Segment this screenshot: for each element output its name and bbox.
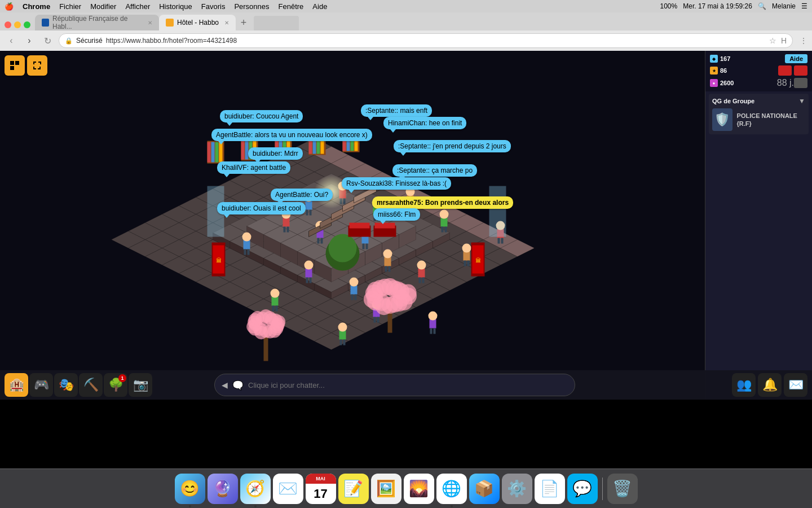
- search-icon[interactable]: 🔍: [758, 2, 766, 10]
- taskbar-game4[interactable]: 🌳 1: [104, 373, 127, 397]
- minimize-button[interactable]: [14, 21, 21, 28]
- apple-menu[interactable]: 🍎: [5, 2, 14, 11]
- tab-close-repfr[interactable]: ✕: [148, 20, 152, 26]
- tab-repfr[interactable]: République Française de Habl... ✕: [35, 15, 159, 30]
- diamond-count: 167: [720, 55, 730, 62]
- dock-mail[interactable]: ✉️: [273, 474, 303, 504]
- room-toggle-button[interactable]: [5, 55, 25, 76]
- tab-habbo[interactable]: Hôtel - Habbo ✕: [159, 15, 236, 30]
- chat-bubble-7: KhalilVF: agent battle: [217, 161, 290, 174]
- stats-bar: ◆ 167 Aide ★ 86 ●: [705, 51, 812, 91]
- taskbar-habbo-hotel[interactable]: 🏨: [5, 373, 28, 397]
- favicon-repfr: [42, 19, 49, 27]
- favicon-habbo: [166, 19, 174, 27]
- new-tab-button[interactable]: +: [236, 15, 251, 30]
- svg-rect-2: [10, 66, 14, 70]
- user-name: Melanie: [772, 2, 796, 10]
- menu-fenetre[interactable]: Fenêtre: [279, 2, 304, 11]
- taskbar-game3[interactable]: ⛏️: [79, 373, 103, 397]
- right-panel: ◆ 167 Aide ★ 86 ●: [705, 51, 812, 400]
- dock-calendar[interactable]: MAI 17: [306, 474, 336, 504]
- menu-chrome[interactable]: Chrome: [23, 2, 50, 11]
- fullscreen-button[interactable]: [27, 55, 47, 76]
- chat-arrow-icon[interactable]: ◀: [222, 380, 228, 389]
- panel-btn-1[interactable]: [778, 65, 792, 76]
- dock-safari[interactable]: 🧭: [240, 474, 271, 504]
- menu-modifier[interactable]: Modifier: [90, 2, 116, 11]
- datetime-display: Mer. 17 mai à 19:59:26: [683, 2, 752, 10]
- taskbar-camera[interactable]: 📷: [129, 373, 152, 397]
- chat-bubble-10: AgentBattle: Oui?: [271, 189, 333, 201]
- aide-button[interactable]: Aide: [785, 54, 807, 63]
- menu-personnes[interactable]: Personnes: [234, 2, 269, 11]
- chat-input-area[interactable]: ◀ 🗨️: [214, 374, 575, 396]
- dock-settings[interactable]: ⚙️: [502, 474, 532, 504]
- chat-bubble-2: :Septante:: mais enft: [361, 104, 432, 117]
- tab-close-habbo[interactable]: ✕: [224, 20, 229, 26]
- taskbar-right-1[interactable]: 👥: [732, 373, 756, 397]
- address-box[interactable]: 🔒 Sécurisé https://www.habbo.fr/hotel?ro…: [59, 33, 793, 48]
- address-url: https://www.habbo.fr/hotel?room=44321498: [106, 37, 237, 45]
- dock-notes[interactable]: 📝: [338, 474, 369, 504]
- group-chevron-icon[interactable]: ▼: [798, 97, 805, 105]
- chat-bubble-12: miiss66: Flm: [373, 208, 420, 221]
- dock-chrome[interactable]: 🌐: [436, 474, 467, 504]
- taskbar-right-2[interactable]: 🔔: [758, 373, 782, 397]
- room-toolbar: [5, 55, 47, 76]
- dock-siri[interactable]: 🔮: [208, 474, 238, 504]
- menu-afficher[interactable]: Afficher: [125, 2, 150, 11]
- secure-label: Sécurisé: [76, 37, 103, 45]
- dock-skype[interactable]: 💬: [567, 474, 598, 504]
- dock-dot-finder: [189, 505, 191, 507]
- chat-emoji-icon[interactable]: 🗨️: [232, 380, 244, 391]
- group-content: 🛡️ POLICE NATIONALE {R.F}: [712, 108, 805, 131]
- chat-bubble-4: AgentBattle: alors ta vu un nouveau look…: [211, 129, 372, 141]
- maximize-button[interactable]: [24, 21, 30, 28]
- menu-favoris[interactable]: Favoris: [201, 2, 226, 11]
- svg-rect-1: [15, 61, 19, 65]
- taskbar-right-3[interactable]: ✉️: [784, 373, 807, 397]
- address-bar: ‹ › ↻ 🔒 Sécurisé https://www.habbo.fr/ho…: [0, 30, 812, 51]
- back-button[interactable]: ‹: [5, 36, 18, 46]
- group-panel-header: QG de Groupe ▼: [712, 97, 805, 105]
- close-button[interactable]: [5, 21, 11, 28]
- panel-btn-2[interactable]: [794, 65, 807, 76]
- chat-input[interactable]: [248, 381, 568, 389]
- dock-dot-safari: [254, 505, 257, 507]
- gold-icon: ★: [710, 67, 718, 75]
- dock-finder[interactable]: 😊: [175, 474, 205, 504]
- taskbar-game1[interactable]: 🎮: [29, 373, 53, 397]
- chat-bubble-9: Rsv-Souzaki38: Finissez là-bas :(: [342, 177, 451, 190]
- menu-historique[interactable]: Historique: [159, 2, 192, 11]
- dock-dot-chrome: [451, 505, 453, 507]
- chrome-menu-icon[interactable]: ⋮: [800, 36, 807, 45]
- menu-aide[interactable]: Aide: [312, 2, 327, 11]
- svg-rect-0: [10, 61, 14, 65]
- browser-chrome: République Française de Habl... ✕ Hôtel …: [0, 12, 812, 51]
- taskbar-game2[interactable]: 🎭: [54, 373, 78, 397]
- forward-button[interactable]: ›: [23, 36, 36, 46]
- habbo-extension-icon[interactable]: H: [781, 36, 787, 45]
- gold-count: 86: [720, 67, 727, 74]
- dock-photos[interactable]: 🌄: [404, 474, 434, 504]
- pixel-icon: ●: [710, 79, 718, 87]
- isometric-room-canvas[interactable]: [0, 51, 705, 400]
- menu-icon[interactable]: ☰: [801, 2, 807, 10]
- taskbar: 🏨 🎮 🎭 ⛏️ 🌳 1 📷 ◀ 🗨️ 👥 🔔 ✉️: [0, 370, 812, 400]
- dock-trash[interactable]: 🗑️: [607, 474, 638, 504]
- group-name: POLICE NATIONALE {R.F}: [737, 112, 805, 128]
- address-right: ☆ H: [769, 36, 787, 45]
- chat-bubble-13: buidiuber: Ouais il est cool: [217, 202, 306, 214]
- dock-preview[interactable]: 🖼️: [371, 474, 401, 504]
- room-scene: [0, 51, 705, 400]
- refresh-button[interactable]: ↻: [41, 36, 54, 46]
- chat-bubble-8: :Septante:: ça marche po: [392, 164, 477, 177]
- panel-btn-3[interactable]: [794, 78, 807, 88]
- dock-appstore[interactable]: 📦: [469, 474, 500, 504]
- days-count: 88 j.: [777, 78, 794, 88]
- dock-textedit[interactable]: 📄: [535, 474, 565, 504]
- bookmark-icon[interactable]: ☆: [769, 36, 776, 45]
- menu-fichier[interactable]: Fichier: [59, 2, 81, 11]
- menubar-right: 100% Mer. 17 mai à 19:59:26 🔍 Melanie ☰: [660, 2, 807, 10]
- chat-bubble-11: mrsarahthe75: Bon prends-en deux alors: [372, 196, 513, 209]
